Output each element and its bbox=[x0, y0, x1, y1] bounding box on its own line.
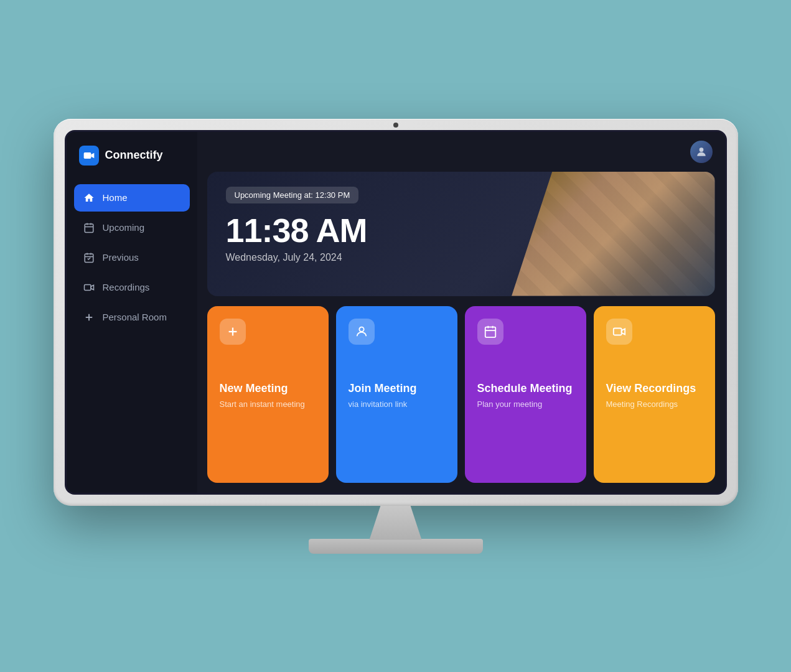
previous-label: Previous bbox=[103, 252, 139, 263]
svg-rect-5 bbox=[85, 254, 93, 263]
stand-base bbox=[309, 539, 483, 554]
person-icon bbox=[355, 325, 368, 338]
view-recordings-subtitle: Meeting Recordings bbox=[606, 399, 703, 410]
personal-room-icon bbox=[83, 311, 95, 324]
home-label: Home bbox=[103, 192, 128, 203]
sidebar-item-previous[interactable]: Previous bbox=[74, 244, 190, 271]
upcoming-label: Upcoming bbox=[103, 222, 145, 233]
join-meeting-card[interactable]: Join Meeting via invitation link bbox=[336, 306, 457, 483]
join-meeting-subtitle: via invitation link bbox=[349, 399, 445, 410]
calendar-icon bbox=[484, 325, 497, 338]
monitor-stand bbox=[309, 506, 483, 554]
hero-background-detail bbox=[512, 172, 714, 296]
video-icon bbox=[612, 325, 626, 338]
avatar[interactable] bbox=[690, 141, 713, 163]
monitor-wrapper: Connectify Home bbox=[54, 119, 738, 554]
svg-rect-1 bbox=[85, 224, 93, 233]
sidebar-item-upcoming[interactable]: Upcoming bbox=[74, 214, 190, 241]
new-meeting-card[interactable]: New Meeting Start an instant meeting bbox=[207, 306, 329, 483]
sidebar: Connectify Home bbox=[67, 132, 197, 493]
join-meeting-title: Join Meeting bbox=[349, 382, 445, 396]
view-recordings-icon-wrapper bbox=[606, 319, 632, 345]
hero-section: Upcoming Meeting at: 12:30 PM 11:38 AM W… bbox=[207, 172, 715, 296]
new-meeting-subtitle: Start an instant meeting bbox=[220, 399, 316, 410]
monitor-frame: Connectify Home bbox=[54, 119, 738, 506]
svg-rect-9 bbox=[84, 284, 91, 290]
recordings-icon bbox=[83, 281, 95, 294]
view-recordings-card[interactable]: View Recordings Meeting Recordings bbox=[594, 306, 715, 483]
recordings-label: Recordings bbox=[103, 282, 150, 292]
svg-rect-20 bbox=[613, 328, 621, 335]
schedule-meeting-subtitle: Plan your meeting bbox=[477, 399, 574, 410]
schedule-meeting-title: Schedule Meeting bbox=[477, 382, 574, 396]
sidebar-item-personal-room[interactable]: Personal Room bbox=[74, 304, 190, 331]
view-recordings-title: View Recordings bbox=[606, 382, 703, 396]
svg-rect-0 bbox=[83, 152, 91, 159]
join-meeting-icon-wrapper bbox=[349, 319, 375, 345]
sidebar-nav: Home U bbox=[67, 178, 197, 337]
logo-icon bbox=[79, 146, 99, 166]
sidebar-item-home[interactable]: Home bbox=[74, 184, 190, 212]
previous-icon bbox=[83, 251, 95, 264]
camera-dot bbox=[393, 123, 398, 128]
schedule-meeting-card[interactable]: Schedule Meeting Plan your meeting bbox=[465, 306, 586, 483]
monitor-screen-border: Connectify Home bbox=[65, 130, 727, 495]
main-content: Upcoming Meeting at: 12:30 PM 11:38 AM W… bbox=[197, 132, 725, 493]
personal-room-label: Personal Room bbox=[103, 312, 167, 322]
schedule-meeting-icon-wrapper bbox=[477, 319, 503, 345]
home-icon bbox=[83, 192, 95, 204]
stand-neck bbox=[358, 506, 433, 540]
sidebar-item-recordings[interactable]: Recordings bbox=[74, 274, 190, 301]
cards-section: New Meeting Start an instant meeting bbox=[197, 306, 725, 493]
logo-area: Connectify bbox=[67, 132, 197, 178]
svg-point-15 bbox=[359, 327, 363, 331]
monitor-screen: Connectify Home bbox=[67, 132, 725, 493]
upcoming-badge: Upcoming Meeting at: 12:30 PM bbox=[226, 187, 359, 203]
header-bar bbox=[197, 132, 725, 172]
plus-icon bbox=[226, 325, 240, 338]
upcoming-icon bbox=[83, 222, 95, 234]
svg-point-12 bbox=[699, 147, 703, 152]
logo-text: Connectify bbox=[105, 149, 163, 162]
new-meeting-icon-wrapper bbox=[220, 319, 246, 345]
new-meeting-title: New Meeting bbox=[220, 382, 316, 396]
svg-rect-16 bbox=[485, 327, 495, 337]
